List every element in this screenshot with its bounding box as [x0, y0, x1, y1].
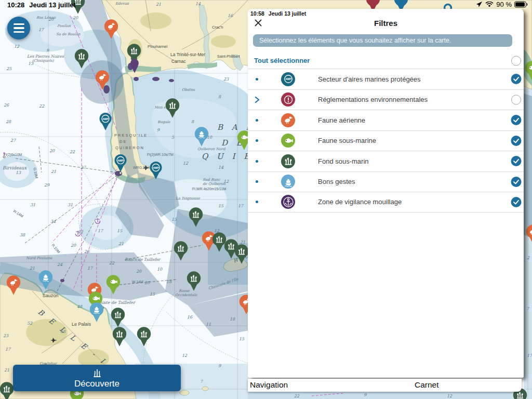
depth-sounding: 12	[223, 179, 229, 184]
filter-row[interactable]: Faune sous-marine	[248, 130, 524, 151]
amp-pin[interactable]: AMP	[147, 159, 165, 184]
seaweed-pin[interactable]	[187, 206, 205, 231]
filter-row[interactable]: Zone de vigilance mouillage	[248, 192, 524, 212]
map-label: Les Pierres Noires	[27, 54, 64, 59]
depth-sounding: 20	[144, 281, 150, 285]
bullet-dot	[248, 160, 281, 163]
unchecked-radio[interactable]	[511, 95, 521, 104]
map-label: Carnac	[171, 59, 185, 64]
amp-pin[interactable]: AMP	[112, 152, 129, 177]
depth-sounding: 22	[39, 104, 44, 109]
checked-icon[interactable]	[511, 176, 522, 187]
depth-sounding: 18	[166, 280, 171, 284]
seaweed-pin[interactable]	[164, 97, 181, 122]
checked-icon[interactable]	[511, 74, 522, 85]
filter-row[interactable]: Réglementations environnementales	[248, 89, 524, 110]
depth-sounding: 31	[68, 203, 73, 207]
filter-row[interactable]: Bons gestes	[248, 171, 524, 192]
map-label: Birvideaux	[3, 165, 26, 170]
depth-sounding: 25	[6, 66, 11, 71]
filter-label: Réglementations environnementales	[318, 96, 428, 103]
depth-sounding: 5	[171, 135, 174, 140]
checked-icon[interactable]	[511, 156, 522, 167]
filter-label: Faune sous-marine	[318, 137, 376, 144]
filter-row[interactable]: Fond sous-marin	[248, 151, 524, 171]
filters-modal: 10:58Jeudi 13 juillet Filtres Sélectionn…	[248, 9, 524, 378]
depth-sounding: 27	[81, 165, 86, 170]
checked-icon[interactable]	[511, 196, 522, 207]
amp-pin[interactable]: AMP	[97, 111, 114, 136]
discover-label: Découverte	[74, 379, 119, 389]
ferry-pin[interactable]	[193, 126, 210, 151]
map-label: Crac'h	[212, 25, 223, 30]
filter-row[interactable]: AMPSecteur d'aires marines protégées	[248, 69, 524, 89]
depth-sounding: 21	[30, 266, 35, 271]
seaweed-icon	[281, 154, 295, 168]
depth-sounding: 23	[223, 77, 229, 82]
depth-sounding: 15	[117, 229, 122, 233]
filter-label: Faune aérienne	[318, 116, 365, 124]
depth-sounding: 15	[239, 337, 244, 341]
tab-navigation[interactable]: Navigation	[250, 380, 288, 390]
ferry-icon	[281, 175, 295, 189]
modal-status-date: Jeudi 13 juillet	[269, 10, 306, 17]
map-label: (Chniquets)	[32, 59, 54, 63]
discover-button[interactable]: Découverte	[13, 365, 181, 391]
depth-sounding: 21	[118, 242, 124, 246]
depth-sounding: 9	[46, 48, 49, 53]
seaweed-pin[interactable]	[135, 326, 153, 351]
purple-pin[interactable]	[126, 55, 143, 80]
depth-sounding: 26	[84, 249, 89, 254]
menu-button[interactable]	[7, 17, 30, 39]
seaweed-pin[interactable]	[185, 270, 203, 295]
checked-icon[interactable]	[511, 135, 522, 146]
bird-pin[interactable]	[5, 274, 22, 299]
bullet-dot	[248, 78, 281, 81]
fish-icon	[281, 134, 295, 148]
chevron-right-icon[interactable]	[248, 96, 281, 103]
modal-status-bar: 10:58Jeudi 13 juillet	[250, 10, 306, 17]
fish-pin[interactable]	[104, 274, 122, 299]
select-all-row[interactable]: Tout sélectionner	[248, 52, 524, 69]
depth-sounding: 38	[20, 233, 25, 237]
ferry-pin[interactable]	[37, 269, 55, 294]
depth-sounding: 15	[150, 292, 155, 297]
modal-status-time: 10:58	[250, 10, 264, 17]
map-label: Obstns	[182, 88, 195, 92]
map-label: Sauzon	[43, 293, 59, 298]
depth-sounding: 12	[183, 161, 188, 166]
bird-pin[interactable]	[94, 69, 111, 94]
ferry-pin[interactable]	[88, 301, 105, 326]
anchor-icon	[281, 195, 295, 209]
depth-sounding: 34	[50, 219, 56, 224]
modal-title: Filtres	[248, 19, 524, 28]
map-label: Edevan	[115, 2, 129, 6]
seaweed-icon	[91, 367, 103, 378]
battery-percent: 90 %	[496, 1, 512, 8]
map-label: Fl(2)6s10M	[4, 153, 22, 156]
depth-sounding: 9	[218, 364, 221, 368]
seaweed-pin[interactable]	[111, 326, 128, 351]
filter-label: Fond sous-marin	[318, 157, 369, 165]
fish-pin[interactable]	[523, 60, 532, 85]
select-all-radio[interactable]	[511, 56, 521, 65]
bird-pin[interactable]	[102, 18, 120, 43]
depth-sounding: 16	[228, 14, 233, 18]
filter-label: Zone de vigilance mouillage	[318, 198, 402, 206]
depth-sounding: 17	[5, 347, 10, 352]
exclamation-icon	[281, 92, 295, 107]
depth-sounding: 9	[157, 128, 159, 132]
depth-sounding: 48	[77, 304, 82, 309]
depth-sounding: 20	[71, 243, 76, 248]
tab-carnet[interactable]: Carnet	[415, 380, 439, 390]
bird-pin[interactable]	[524, 223, 532, 248]
depth-sounding: 14	[218, 165, 223, 170]
depth-sounding: 11	[206, 322, 211, 327]
bullet-dot	[248, 119, 281, 122]
seaweed-pin[interactable]	[172, 240, 190, 265]
filter-row[interactable]: Faune aérienne	[248, 110, 524, 130]
map-label: Poullan	[57, 24, 71, 28]
seaweed-pin[interactable]	[73, 48, 90, 73]
map-label: Sud Banc	[203, 178, 220, 182]
checked-icon[interactable]	[511, 115, 522, 126]
